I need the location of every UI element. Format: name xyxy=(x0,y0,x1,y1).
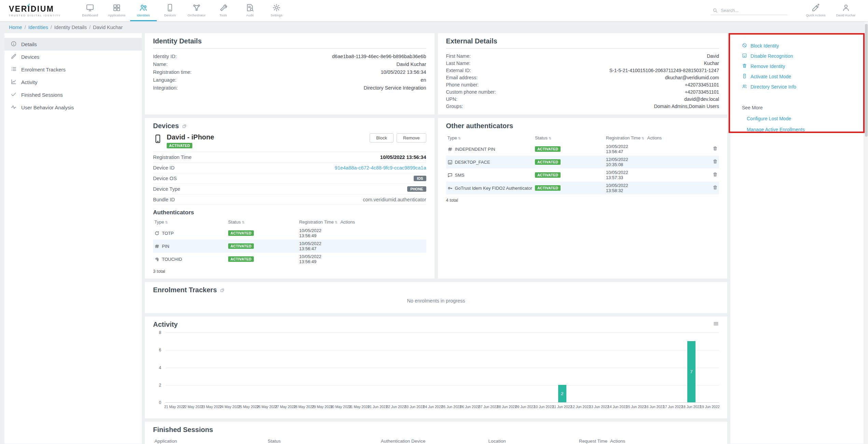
nav-item[interactable]: Orchestrator xyxy=(183,0,210,21)
field-label: Device ID xyxy=(153,165,175,171)
x-axis-label: 21 May 2022 xyxy=(164,405,185,409)
quick-actions-label: Quick Actions xyxy=(806,13,826,17)
y-axis-label: 4 xyxy=(159,365,161,370)
column-header[interactable]: Actions xyxy=(609,436,719,444)
breadcrumb-link[interactable]: Home xyxy=(9,25,22,30)
tools-icon xyxy=(219,3,228,12)
delete-authenticator-icon[interactable] xyxy=(713,159,718,164)
nav-item[interactable]: Tools xyxy=(210,0,237,21)
identity-action[interactable]: Directory Service Info xyxy=(742,84,857,90)
device-header: David - iPhone ACTIVATED Block Remove xyxy=(153,130,426,152)
activity-bar[interactable]: 2 xyxy=(558,385,566,402)
scrollbar-thumb[interactable] xyxy=(865,24,868,137)
identity-action-label[interactable]: Remove Identity xyxy=(750,64,785,69)
registration-time: 10/05/2022 13:56:49 xyxy=(298,253,339,266)
field-value: PHONE xyxy=(407,186,426,192)
field-value: IOS xyxy=(414,176,426,181)
delete-authenticator-icon[interactable] xyxy=(713,185,718,190)
column-header[interactable]: Location xyxy=(487,436,578,444)
audit-icon xyxy=(246,3,254,12)
external-details-fields: First Name: David Last Name: Kuchar Exte… xyxy=(446,52,719,110)
chart-menu-icon[interactable] xyxy=(713,321,719,327)
orchestrator-icon xyxy=(192,3,201,12)
sidebar-item[interactable]: Finished Sessions xyxy=(4,89,142,101)
column-header[interactable]: Actions xyxy=(339,217,426,227)
block-device-button[interactable]: Block xyxy=(370,133,394,143)
sidebar-item-label: Activity xyxy=(21,79,38,85)
delete-authenticator-icon[interactable] xyxy=(713,172,718,177)
identity-action[interactable]: Block Identity xyxy=(742,43,857,49)
sidebar-item[interactable]: Activity xyxy=(4,76,142,89)
breadcrumb-link[interactable]: David Kuchar xyxy=(93,25,123,30)
identity-action-label[interactable]: Activate Lost Mode xyxy=(750,74,791,79)
column-header[interactable]: Status xyxy=(266,436,379,444)
detail-field: UPN: david@dev.local xyxy=(446,95,719,103)
breadcrumb: Home Identities Identity Details David K… xyxy=(0,21,868,33)
x-axis-label: 19 Jun 2022 xyxy=(700,405,720,409)
page: VERIDIUM TRUSTED DIGITAL IDENTITY Dashbo… xyxy=(0,0,868,444)
device-field: Bundle ID com.veridiumid.authenticator xyxy=(153,194,426,205)
nav-item[interactable]: Applications xyxy=(104,0,130,21)
identity-action-label[interactable]: Block Identity xyxy=(750,43,779,49)
nav-item[interactable]: Devices xyxy=(157,0,183,21)
delete-authenticator-icon[interactable] xyxy=(713,146,718,151)
sidebar-item[interactable]: Enrolment Trackers xyxy=(4,63,142,76)
nav-item[interactable]: Settings xyxy=(263,0,290,21)
y-axis-label: 6 xyxy=(159,348,161,352)
x-axis-label: 08 Jun 2022 xyxy=(497,405,517,409)
identity-action-label[interactable]: Directory Service Info xyxy=(750,84,796,90)
identity-action-label[interactable]: Disable Recognition xyxy=(750,53,793,59)
detail-field: Custom phone number: +420733451101 xyxy=(446,88,719,95)
user-menu[interactable]: David Kuchar xyxy=(832,0,859,21)
sidebar-item[interactable]: User Behavior Analysis xyxy=(4,101,142,114)
open-section-icon[interactable] xyxy=(220,288,225,293)
sidebar-item[interactable]: Details xyxy=(4,38,142,51)
column-header[interactable]: Status xyxy=(534,133,605,143)
nav-item[interactable]: Audit xyxy=(237,0,263,21)
column-header[interactable]: Application xyxy=(153,436,266,444)
bar-value-label: 7 xyxy=(690,369,692,374)
phone-icon xyxy=(153,134,163,144)
status-badge: ACTIVATED xyxy=(228,243,254,249)
column-header[interactable]: Request Time xyxy=(578,436,609,444)
field-label: Last Name: xyxy=(446,60,471,66)
page-scrollbar[interactable] xyxy=(865,0,868,444)
column-header[interactable]: Type xyxy=(153,217,227,227)
column-header[interactable]: Registration Time xyxy=(298,217,339,227)
device-authenticators-table: TypeStatusRegistration TimeActions TOTP … xyxy=(153,217,426,266)
identity-action[interactable]: Disable Recognition xyxy=(742,53,857,59)
column-header[interactable]: Authentication Device xyxy=(380,436,487,444)
sidebar-item[interactable]: Devices xyxy=(4,51,142,63)
user-icon xyxy=(842,3,850,12)
nav-item[interactable]: Identities xyxy=(130,0,157,21)
search-input[interactable] xyxy=(721,8,785,13)
authenticator-type: DESKTOP_FACE xyxy=(455,160,490,165)
totp-icon xyxy=(154,231,162,236)
x-axis-label: 05 Jun 2022 xyxy=(442,405,461,409)
field-label: First Name: xyxy=(446,53,471,59)
veridium-logo[interactable]: VERIDIUM TRUSTED DIGITAL IDENTITY xyxy=(9,4,61,17)
authenticator-row: PIN ACTIVATED 10/05/2022 13:56:47 xyxy=(153,240,426,253)
open-section-icon[interactable] xyxy=(182,124,187,129)
column-header[interactable]: Status xyxy=(227,217,298,227)
breadcrumb-link[interactable]: Identities xyxy=(28,25,48,30)
quick-actions-button[interactable]: Quick Actions xyxy=(802,0,829,21)
see-more-link[interactable]: Manage Active Enrollments xyxy=(747,127,857,132)
main-column: Identity Details Identity ID: d6ae1ba8-1… xyxy=(145,33,727,444)
identity-action[interactable]: Activate Lost Mode xyxy=(742,73,857,80)
see-more-link[interactable]: Configure Lost Mode xyxy=(747,116,857,121)
authenticator-row: INDEPENDENT PIN ACTIVATED 10/05/2022 13:… xyxy=(446,143,719,156)
column-header[interactable]: Type xyxy=(446,133,534,143)
identity-details-panel: Identity Details Identity ID: d6ae1ba8-1… xyxy=(145,33,435,115)
column-header[interactable]: Registration Time xyxy=(605,133,646,143)
field-label: Identity ID: xyxy=(153,54,177,59)
nav-item[interactable]: Dashboard xyxy=(77,0,104,21)
independent-pin-icon xyxy=(447,147,455,152)
identity-action[interactable]: Remove Identity xyxy=(742,63,857,69)
remove-device-button[interactable]: Remove xyxy=(397,133,426,143)
field-value: 10/05/2022 13:56:34 xyxy=(381,69,426,75)
breadcrumb-link[interactable]: Identity Details xyxy=(54,25,87,30)
column-header[interactable]: Actions xyxy=(646,133,719,143)
activity-bar[interactable]: 7 xyxy=(687,341,695,402)
field-value: S-1-5-21-410015106-2063711249-828150371-… xyxy=(609,68,719,73)
